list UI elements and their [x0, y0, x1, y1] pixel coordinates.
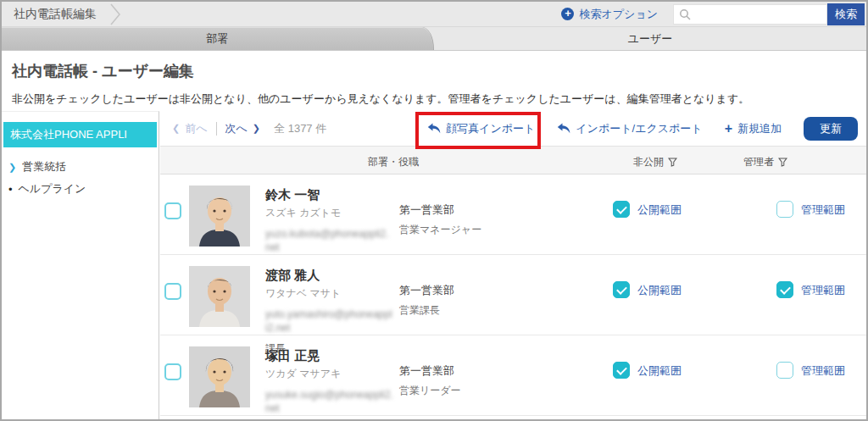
- sidebar-item-company[interactable]: 株式会社PHONE APPLI: [3, 122, 157, 147]
- tab-bar: 部署 ユーザー: [2, 27, 866, 51]
- next-page-label: 次へ: [225, 121, 248, 136]
- user-kana: ツカダ マサアキ: [265, 367, 399, 381]
- admin-scope-link[interactable]: 管理範囲: [801, 202, 845, 218]
- import-arrow-icon: [557, 123, 570, 134]
- department-tree-sidebar: 株式会社PHONE APPLI ❯ 営業統括 • ヘルプライン: [2, 111, 159, 419]
- page-description: 非公開をチェックしたユーザーは非公開となり、他のユーザーから見えなくなります。管…: [12, 91, 856, 107]
- body: 株式会社PHONE APPLI ❯ 営業統括 • ヘルプライン ❮ 前へ 次へ: [2, 111, 866, 419]
- user-email-blurred: yusuke.sugio@phoneappli2.net: [265, 389, 394, 415]
- header-admin: 管理者: [743, 155, 787, 169]
- user-department: 第一営業部: [399, 283, 613, 298]
- row-select-checkbox[interactable]: [164, 363, 181, 380]
- table-row: 塚田 正晃 ツカダ マサアキ yusuke.sugio@phoneappli2.…: [160, 335, 866, 416]
- user-kana: スズキ カズトモ: [265, 206, 399, 220]
- import-export-label: インポート/エクスポート: [576, 121, 702, 136]
- tab-department[interactable]: 部署: [2, 27, 434, 50]
- sidebar-item-sales-division[interactable]: ❯ 営業統括: [2, 156, 159, 178]
- public-scope-link[interactable]: 公開範囲: [637, 363, 682, 379]
- divider: [216, 122, 217, 136]
- prev-page-label: 前へ: [185, 121, 207, 136]
- public-scope-link[interactable]: 公開範囲: [637, 202, 682, 218]
- app-window: 社内電話帳編集 + 検索オプション 検索 部署 ユーザー 社内電話帳 - ユーザ…: [0, 0, 868, 421]
- update-button[interactable]: 更新: [804, 117, 858, 141]
- admin-checkbox[interactable]: [776, 362, 793, 379]
- chevron-right-icon: ❯: [253, 123, 260, 134]
- breadcrumb-chevron-icon: [108, 3, 122, 26]
- search-options-label: 検索オプション: [579, 7, 658, 22]
- private-checkbox[interactable]: [613, 201, 630, 218]
- user-department: 第一営業部: [399, 202, 613, 218]
- user-list-panel: ❮ 前へ 次へ ❯ 全 1377 件: [160, 111, 866, 416]
- user-photo: [189, 266, 250, 327]
- page-title: 社内電話帳 - ユーザー編集: [12, 61, 856, 81]
- chevron-left-icon: ❮: [172, 123, 180, 134]
- private-checkbox[interactable]: [613, 281, 630, 298]
- page-heading: 社内電話帳 - ユーザー編集 非公開をチェックしたユーザーは非公開となり、他のユ…: [2, 51, 866, 111]
- public-scope-link[interactable]: 公開範囲: [637, 283, 682, 298]
- photo-import-wrap: 顔写真インポート: [427, 121, 535, 136]
- prev-page-button[interactable]: ❮ 前へ: [172, 121, 208, 136]
- header-private: 非公開: [633, 155, 677, 169]
- row-select-checkbox[interactable]: [164, 283, 181, 300]
- private-checkbox[interactable]: [613, 362, 630, 379]
- search-input[interactable]: [695, 8, 821, 20]
- user-photo: [189, 346, 250, 407]
- user-position: 営業リーダー: [399, 384, 613, 398]
- next-page-button[interactable]: 次へ ❯: [225, 121, 261, 136]
- sidebar-item-label: 営業統括: [22, 159, 66, 174]
- user-kana: ワタナベ マサト: [265, 286, 399, 301]
- search-icon: [679, 8, 691, 20]
- user-email-blurred: yuzo.kubota@phoneappli2.net: [265, 228, 394, 254]
- table-row: 渡部 雅人 ワタナベ マサト yuto.yamashiro@phoneappli…: [160, 255, 866, 335]
- admin-checkbox[interactable]: [776, 281, 793, 298]
- top-bar: 社内電話帳編集 + 検索オプション 検索: [2, 2, 866, 27]
- breadcrumb[interactable]: 社内電話帳編集: [14, 7, 97, 22]
- plus-circle-icon: +: [561, 8, 574, 20]
- import-export-link[interactable]: インポート/エクスポート: [557, 121, 702, 136]
- sidebar-item-label: ヘルプライン: [19, 181, 86, 197]
- row-select-checkbox[interactable]: [164, 202, 181, 219]
- sidebar-item-helpline[interactable]: • ヘルプライン: [2, 178, 159, 200]
- search-button[interactable]: 検索: [827, 3, 865, 25]
- admin-scope-link[interactable]: 管理範囲: [801, 283, 845, 298]
- chevron-right-icon: ❯: [8, 162, 16, 173]
- user-position: 営業マネージャー: [399, 223, 613, 237]
- user-name: 渡部 雅人: [265, 268, 399, 284]
- user-position: 営業課長: [399, 303, 613, 318]
- user-department: 第一営業部: [399, 363, 613, 379]
- filter-icon[interactable]: [778, 158, 787, 167]
- search-options-link[interactable]: + 検索オプション: [561, 7, 658, 22]
- tab-user[interactable]: ユーザー: [434, 27, 866, 50]
- list-toolbar: ❮ 前へ 次へ ❯ 全 1377 件: [160, 111, 866, 147]
- user-email-blurred: yuto.yamashiro@phoneappli2.net: [265, 308, 394, 335]
- total-count: 全 1377 件: [274, 121, 326, 136]
- admin-checkbox[interactable]: [776, 201, 793, 218]
- user-photo: [189, 186, 250, 247]
- filter-icon[interactable]: [668, 158, 677, 167]
- admin-scope-link[interactable]: 管理範囲: [801, 363, 845, 379]
- toolbar-actions: 顔写真インポート インポート/エクスポート + 新規追加 更新: [427, 117, 858, 141]
- add-new-link[interactable]: + 新規追加: [725, 121, 782, 136]
- photo-import-link[interactable]: 顔写真インポート: [427, 121, 535, 136]
- photo-import-label: 顔写真インポート: [446, 121, 535, 136]
- import-arrow-icon: [427, 123, 441, 134]
- table-header: 部署・役職 非公開 管理者: [160, 147, 866, 174]
- user-name: 鈴木 一智: [265, 187, 399, 203]
- bullet-icon: •: [8, 183, 13, 196]
- add-new-label: 新規追加: [737, 121, 782, 136]
- table-row: 鈴木 一智 スズキ カズトモ yuzo.kubota@phoneappli2.n…: [160, 174, 866, 255]
- search-box: [673, 4, 827, 25]
- header-dept-position: 部署・役職: [368, 155, 419, 169]
- plus-icon: +: [725, 121, 732, 136]
- user-name: 塚田 正晃: [265, 348, 399, 364]
